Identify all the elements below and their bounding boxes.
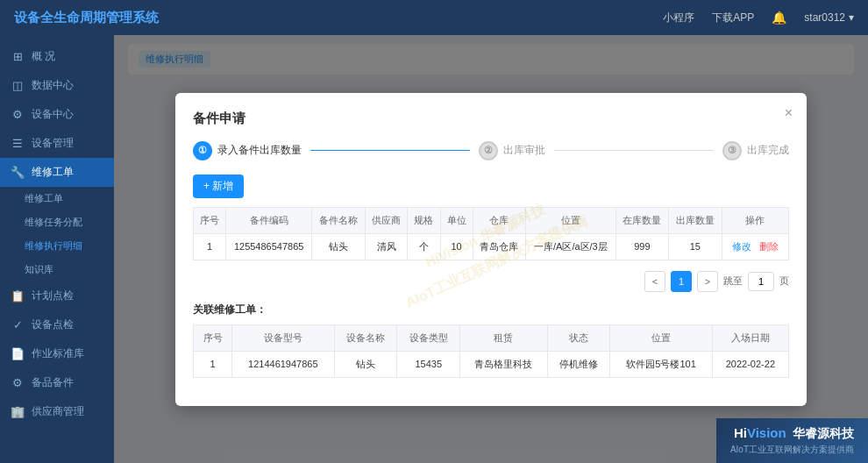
parts-table-wrap: 序号 备件编码 备件名称 供应商 规格 单位 仓库 位置 在库数量 出库数量 操 [193,207,789,260]
data-center-icon: ◫ [11,79,25,93]
parts-toolbar: + 新增 [193,175,789,198]
work-order-table-body: 1 1214461947865 钻头 15435 青岛格里科技 停机维修 软件园… [194,351,789,377]
sidebar-item-work-std[interactable]: 📄 作业标准库 [0,339,114,368]
sidebar-item-supplier[interactable]: 🏢 供应商管理 [0,397,114,426]
spare-parts-icon: ⚙ [11,376,25,390]
main-layout: ⊞ 概 况 ◫ 数据中心 ⚙ 设备中心 ☰ 设备管理 🔧 维修工单 维修工单 维… [0,35,868,463]
wo-cell-device-no: 1214461947865 [232,351,335,377]
wo-col-entry-date: 入场日期 [712,324,788,351]
col-spec: 规格 [408,207,440,233]
cell-stock: 999 [615,233,668,260]
download-app-btn[interactable]: 下载APP [712,11,754,25]
device-center-icon: ⚙ [11,108,25,122]
next-page-btn[interactable]: > [697,271,718,292]
header-right: 小程序 下载APP 🔔 star0312 ▾ [663,11,854,25]
sidebar-item-maintenance[interactable]: 🔧 维修工单 [0,158,114,187]
sidebar-item-device-status[interactable]: ✓ 设备点检 [0,310,114,339]
overview-icon: ⊞ [11,50,25,64]
sidebar-label: 设备点检 [32,317,74,332]
col-location: 位置 [526,207,616,233]
modal-overlay: HiVision 华睿源科技AIoT工业互联网解决方案提供商 备件申请 × ① … [114,35,868,463]
step-1: ① 录入备件出库数量 [193,141,302,160]
sidebar-item-data-center[interactable]: ◫ 数据中心 [0,71,114,100]
step-2: ② 出库审批 [479,141,545,160]
sidebar-label: 计划点检 [32,288,74,303]
sidebar-item-plan[interactable]: 📋 计划点检 [0,281,114,310]
col-warehouse: 仓库 [473,207,525,233]
brand-name: HiVision 华睿源科技 [734,425,854,442]
device-manage-icon: ☰ [11,137,25,151]
steps-indicator: ① 录入备件出库数量 ② 出库审批 ③ 出库完成 [193,141,789,160]
sidebar-item-spare-parts[interactable]: ⚙ 备品备件 [0,368,114,397]
work-std-icon: 📄 [11,347,25,361]
sidebar-label: 供应商管理 [32,404,84,419]
sidebar-item-device-manage[interactable]: ☰ 设备管理 [0,129,114,158]
parts-table: 序号 备件编码 备件名称 供应商 规格 单位 仓库 位置 在库数量 出库数量 操 [193,207,789,260]
step-line-2 [554,150,714,151]
sidebar-item-overview[interactable]: ⊞ 概 况 [0,42,114,71]
cell-spec: 个 [408,233,440,260]
wo-cell-lease: 青岛格里科技 [460,351,547,377]
cell-name: 钻头 [312,233,365,260]
step-3-circle: ③ [722,141,742,160]
brand-cn: 华睿源科技 [793,426,854,440]
cell-actions: 修改 删除 [722,233,788,260]
parts-pagination: < 1 > 跳至 页 [193,271,789,292]
work-order-table: 序号 设备型号 设备名称 设备类型 租赁 状态 位置 入场日期 [193,324,789,378]
sidebar-sub-maintenance-detail[interactable]: 维修执行明细 [0,234,114,258]
device-status-icon: ✓ [11,318,25,332]
sidebar-label: 备品备件 [32,375,74,390]
wo-cell-status: 停机维修 [547,351,610,377]
parts-table-body: 1 1255486547865 钻头 清风 个 10 青岛仓库 一库/A区/a区… [194,233,789,260]
step-1-label: 录入备件出库数量 [217,143,302,158]
spare-parts-modal: 备件申请 × ① 录入备件出库数量 ② 出库审批 ③ [175,93,807,406]
wo-col-status: 状态 [547,324,610,351]
col-unit: 单位 [440,207,473,233]
wo-cell-seq: 1 [194,351,232,377]
sidebar-sub-maintenance-assign[interactable]: 维修任务分配 [0,210,114,234]
col-name: 备件名称 [312,207,365,233]
work-order-section-label: 关联维修工单： [193,303,789,317]
edit-action-btn[interactable]: 修改 [732,241,751,252]
supplier-icon: 🏢 [11,405,25,419]
sidebar-label: 数据中心 [32,78,74,93]
wo-col-device-name: 设备名称 [334,324,397,351]
sidebar-label: 作业标准库 [32,346,84,361]
content-area: 维修执行明细 HiVision 华睿源科技AIoT工业互联网解决方案提供商 备件… [114,35,868,463]
cell-unit: 10 [440,233,473,260]
col-stock: 在库数量 [615,207,668,233]
app-title: 设备全生命周期管理系统 [14,10,159,26]
username: star0312 [804,11,845,24]
parts-table-head: 序号 备件编码 备件名称 供应商 规格 单位 仓库 位置 在库数量 出库数量 操 [194,207,789,233]
col-seq: 序号 [194,207,226,233]
sidebar-sub-knowledge[interactable]: 知识库 [0,258,114,281]
cell-seq: 1 [194,233,226,260]
add-parts-button[interactable]: + 新增 [193,175,244,198]
delete-action-btn[interactable]: 删除 [759,241,779,252]
mini-program-btn[interactable]: 小程序 [663,11,694,25]
page-unit-label: 页 [779,274,789,288]
step-2-circle: ② [479,141,498,160]
step-line-1 [310,150,470,151]
modal-close-button[interactable]: × [785,105,793,121]
col-supplier: 供应商 [365,207,408,233]
sidebar-sub-maintenance-order[interactable]: 维修工单 [0,187,114,210]
cell-supplier: 清风 [365,233,408,260]
cell-location: 一库/A区/a区/3层 [526,233,616,260]
notification-bell-icon[interactable]: 🔔 [772,11,786,25]
wo-col-location: 位置 [610,324,712,351]
prev-page-btn[interactable]: < [644,271,665,292]
user-menu[interactable]: star0312 ▾ [804,11,854,24]
sidebar-label: 概 况 [32,49,55,64]
modal-title: 备件申请 [193,110,789,127]
wo-cell-location: 软件园5号楼101 [610,351,712,377]
sidebar-item-device-center[interactable]: ⚙ 设备中心 [0,100,114,129]
step-3-label: 出库完成 [747,143,789,158]
page-jump-input[interactable] [748,272,774,291]
page-1-btn[interactable]: 1 [671,271,692,292]
step-3: ③ 出库完成 [722,141,789,160]
table-row: 1 1214461947865 钻头 15435 青岛格里科技 停机维修 软件园… [194,351,789,377]
step-2-label: 出库审批 [503,143,545,158]
work-order-table-head: 序号 设备型号 设备名称 设备类型 租赁 状态 位置 入场日期 [194,324,789,351]
cell-out-qty: 15 [669,233,722,260]
